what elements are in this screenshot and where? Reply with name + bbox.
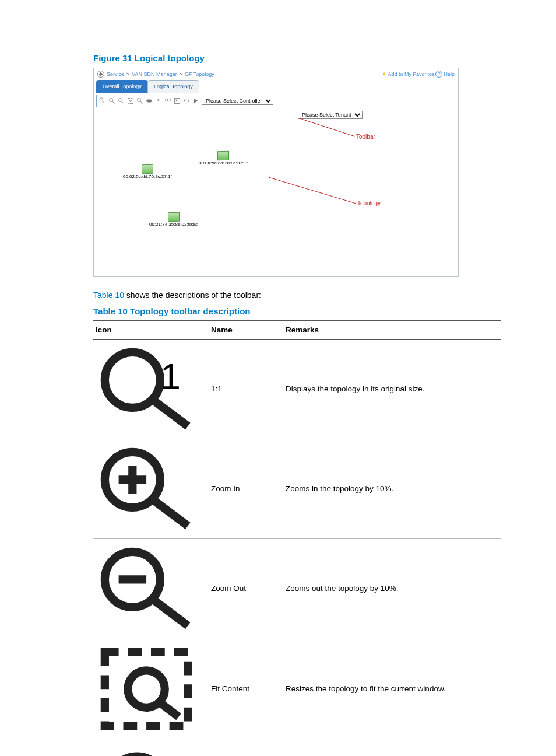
table-row: Fit Content Resizes the topology to fit … [93, 639, 501, 738]
svg-line-28 [151, 598, 188, 625]
star-icon: ★ [382, 71, 386, 78]
table-row: Zoom In Zooms in the topology by 10%. [93, 439, 501, 539]
table-10-link[interactable]: Table 10 [93, 290, 124, 300]
topology-canvas[interactable]: 00:02:5c:dd:70:8c:37:1f 00:0a:5c:dd:70:8… [94, 119, 458, 276]
topology-node[interactable]: 00:0a:5c:dd:70:8c:37:1f [199, 151, 248, 167]
topology-toolbar: 1 Please Select Controller [96, 94, 300, 107]
reload-icon[interactable] [183, 97, 190, 104]
tab-logical-topology[interactable]: Logical Topology [147, 80, 199, 93]
node-label: 00:0a:5c:dd:70:8c:37:1f [199, 160, 248, 167]
tenant-select[interactable]: Please Select Tenant [298, 111, 363, 119]
svg-rect-9 [128, 98, 133, 103]
topology-screenshot: Service > VAN SDN Manager > OF Topology … [93, 68, 459, 277]
breadcrumb-item[interactable]: VAN SDN Manager [132, 71, 177, 78]
svg-line-24 [151, 498, 188, 526]
col-remarks: Remarks [283, 321, 501, 340]
gear-icon [97, 71, 104, 78]
magnifier-icon [96, 743, 206, 756]
magnifier-icon[interactable] [136, 97, 143, 104]
svg-point-14 [166, 99, 168, 102]
callout-topology: Topology [357, 200, 381, 208]
breadcrumb-item[interactable]: OF Topology [185, 71, 214, 78]
one-to-one-icon[interactable]: 1 [99, 97, 106, 104]
svg-text:1: 1 [103, 100, 104, 103]
table-row: Zoom Out Zooms out the topology by 10%. [93, 539, 501, 639]
topology-node[interactable]: 00:21:74:35:8a:02:fb:ad [149, 212, 199, 228]
svg-point-31 [128, 670, 164, 707]
svg-line-18 [298, 118, 355, 136]
add-favorites-link[interactable]: Add to My Favorites [388, 71, 434, 78]
zoom-in-icon[interactable] [108, 97, 115, 104]
col-name: Name [209, 321, 283, 340]
one-to-one-icon: 1 [96, 343, 206, 435]
svg-line-21 [151, 398, 188, 426]
tab-overall-topology[interactable]: Overall Topology [96, 80, 148, 93]
play-icon[interactable] [192, 97, 199, 104]
node-label: 00:21:74:35:8a:02:fb:ad [149, 222, 199, 228]
help-link[interactable]: Help [444, 71, 455, 78]
intro-paragraph: Table 10 shows the descriptions of the t… [93, 290, 501, 301]
breadcrumb-item[interactable]: Service [107, 71, 124, 78]
svg-point-10 [130, 100, 132, 102]
table-row: 1 1:1 Displays the topology in its origi… [93, 339, 501, 439]
node-label: 00:02:5c:dd:70:8c:37:1f [123, 174, 172, 180]
svg-line-19 [269, 177, 356, 204]
svg-line-12 [140, 101, 143, 103]
svg-rect-17 [176, 99, 177, 100]
zoom-in-icon [96, 443, 206, 535]
svg-point-13 [147, 99, 152, 102]
help-icon[interactable]: ? [435, 71, 442, 78]
birds-eye-icon[interactable] [146, 97, 153, 104]
svg-point-15 [168, 99, 171, 102]
figure-caption: Figure 31 Logical topology [93, 52, 501, 64]
find-icon[interactable] [164, 97, 171, 104]
svg-point-11 [138, 98, 141, 102]
hand-pointer-icon[interactable] [155, 97, 162, 104]
table-row: Magnifier Magnifies the area where the p… [93, 739, 501, 756]
svg-text:1: 1 [160, 356, 181, 397]
fit-content-icon [96, 643, 206, 735]
toolbar-description-table: Icon Name Remarks 1 1:1 Displays the top… [93, 320, 501, 756]
col-icon: Icon [93, 321, 209, 340]
fit-content-icon[interactable] [127, 97, 134, 104]
topology-node[interactable]: 00:02:5c:dd:70:8c:37:1f [123, 164, 172, 180]
svg-line-32 [160, 703, 179, 717]
layout-icon[interactable] [174, 97, 181, 104]
zoom-out-icon [96, 542, 206, 635]
callout-toolbar: Toolbar [356, 133, 375, 141]
svg-line-3 [112, 101, 115, 103]
zoom-out-icon[interactable] [118, 97, 125, 104]
svg-line-7 [122, 101, 124, 103]
table-caption: Table 10 Topology toolbar description [93, 306, 501, 317]
controller-select[interactable]: Please Select Controller [202, 97, 273, 105]
